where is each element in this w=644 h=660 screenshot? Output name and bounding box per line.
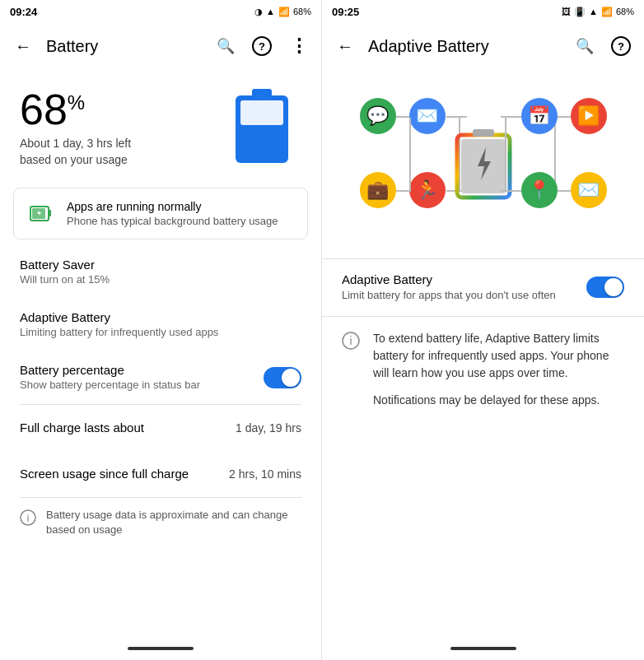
mail2-app-icon: ✉️: [571, 172, 607, 208]
battery-info-text: Battery usage data is approximate and ca…: [46, 508, 301, 537]
right-bot2-connector: [556, 190, 571, 192]
battery-info-note: i Battery usage data is approximate and …: [0, 498, 321, 547]
adaptive-battery-item[interactable]: Adaptive Battery Limiting battery for in…: [0, 299, 321, 351]
dnd-icon: ◑: [254, 7, 263, 17]
right-status-icons: 🖼 📳 ▲ 📶 68%: [562, 7, 634, 17]
svg-rect-1: [252, 89, 272, 97]
battery-percentage-toggle[interactable]: [264, 367, 301, 388]
fitness-app-icon: 🏃: [409, 172, 446, 208]
right-wifi-icon: ▲: [589, 7, 598, 16]
right-signal-icon: 📶: [601, 7, 613, 17]
battery-saver-item[interactable]: Battery Saver Will turn on at 15%: [0, 246, 321, 299]
left-bot-connector: [396, 190, 409, 192]
battery-percentage-item[interactable]: Battery percentage Show battery percenta…: [0, 351, 321, 404]
full-charge-text: Full charge lasts about: [20, 421, 144, 435]
left-top2-connector: [446, 116, 467, 118]
left-nav-pill: [128, 647, 194, 650]
right-battery-icon: 68%: [616, 7, 634, 16]
right-img-icon: 🖼: [562, 7, 571, 16]
right-spacer: [322, 422, 644, 637]
right-help-icon: ?: [611, 36, 631, 56]
left-search-button[interactable]: 🔍: [209, 30, 242, 63]
left-help-button[interactable]: ?: [245, 30, 278, 63]
right-vibrate-icon: 📳: [574, 7, 586, 17]
svg-rect-5: [49, 210, 51, 216]
left-nav-bar: [0, 637, 321, 660]
adaptive-setting-text: Adaptive Battery Limit battery for apps …: [342, 272, 556, 303]
right-nav-pill: [450, 647, 516, 650]
left-time: 09:24: [10, 6, 37, 18]
battery-status-icon: 68%: [293, 7, 311, 16]
status-subtitle: Phone has typical background battery usa…: [67, 215, 278, 227]
calendar-app-icon: 📅: [521, 98, 558, 134]
right-nav-bar: [322, 637, 644, 660]
full-charge-item: Full charge lasts about 1 day, 19 hrs: [0, 405, 321, 451]
left-vert-connector: [409, 118, 411, 192]
adaptive-note-text: To extend battery life, Adaptive Battery…: [373, 330, 624, 409]
right-search-button[interactable]: 🔍: [568, 30, 601, 63]
svg-text:i: i: [27, 512, 30, 524]
right-back-arrow-icon: ←: [337, 37, 353, 56]
left-help-icon: ?: [252, 36, 272, 56]
screen-usage-value: 2 hrs, 10 mins: [229, 467, 301, 481]
left-top-connector: [396, 116, 409, 118]
work-app-icon: 💼: [360, 172, 396, 208]
battery-saver-text: Battery Saver Will turn on at 15%: [20, 258, 110, 287]
adaptive-battery-note: i To extend battery life, Adaptive Batte…: [322, 316, 644, 422]
adaptive-battery-text: Adaptive Battery Limiting battery for in…: [20, 310, 218, 340]
right-page-title: Adaptive Battery: [365, 37, 565, 56]
status-card: Apps are running normally Phone has typi…: [13, 188, 308, 239]
screen-usage-text: Screen usage since full charge: [20, 467, 189, 481]
right-top2-connector: [556, 116, 571, 118]
adaptive-battery-illustration: 💬 ✉️ 💼 🏃: [322, 69, 644, 258]
status-text-block: Apps are running normally Phone has typi…: [67, 200, 278, 227]
battery-time-estimate: About 1 day, 3 hrs left based on your us…: [20, 136, 131, 168]
full-charge-value: 1 day, 19 hrs: [236, 421, 301, 435]
left-more-button[interactable]: ⋮: [282, 30, 315, 63]
right-time: 09:25: [332, 6, 359, 18]
back-arrow-icon: ←: [15, 37, 31, 56]
right-vert-connector: [505, 118, 506, 192]
video-app-icon: ▶️: [571, 98, 607, 134]
svg-rect-2: [240, 100, 283, 125]
info-circle-icon: i: [20, 509, 36, 530]
right-top-connector: [501, 116, 521, 118]
left-app-bar: ← Battery 🔍 ? ⋮: [0, 23, 321, 69]
right-status-bar: 09:25 🖼 📳 ▲ 📶 68%: [322, 0, 644, 23]
battery-icon: [229, 86, 295, 171]
illus-container: 💬 ✉️ 💼 🏃: [343, 81, 623, 246]
svg-text:i: i: [349, 334, 352, 347]
left-status-icons: ◑ ▲ 📶 68%: [254, 7, 311, 17]
left-page-title: Battery: [43, 37, 206, 56]
right-search-icon: 🔍: [576, 37, 594, 55]
adaptive-battery-toggle-item[interactable]: Adaptive Battery Limit battery for apps …: [322, 259, 644, 316]
adaptive-info-icon: i: [342, 332, 360, 354]
battery-panel: 09:24 ◑ ▲ 📶 68% ← Battery 🔍 ? ⋮ 68%: [0, 0, 322, 660]
right-bot-connector: [501, 190, 521, 192]
email-app-icon: ✉️: [409, 98, 446, 134]
svg-rect-10: [473, 129, 494, 137]
battery-hero-section: 68% About 1 day, 3 hrs left based on you…: [0, 69, 321, 188]
adaptive-battery-toggle[interactable]: [586, 277, 624, 298]
more-vert-icon: ⋮: [290, 35, 307, 57]
battery-normal-icon: [27, 201, 54, 227]
battery-graphic: [229, 86, 295, 168]
left-back-button[interactable]: ←: [7, 30, 40, 63]
maps-app-icon: 📍: [521, 172, 558, 208]
right-back-button[interactable]: ←: [329, 30, 362, 63]
battery-info: 68% About 1 day, 3 hrs left based on you…: [20, 88, 131, 168]
settings-list: Battery Saver Will turn on at 15% Adapti…: [0, 246, 321, 637]
left-status-bar: 09:24 ◑ ▲ 📶 68%: [0, 0, 321, 23]
svg-rect-3: [240, 127, 283, 158]
battery-percentage-text: Battery percentage Show battery percenta…: [20, 363, 200, 393]
right-help-button[interactable]: ?: [604, 30, 637, 63]
screen-usage-item: Screen usage since full charge 2 hrs, 10…: [0, 451, 321, 497]
adaptive-battery-panel: 09:25 🖼 📳 ▲ 📶 68% ← Adaptive Battery 🔍 ?…: [322, 0, 644, 660]
wifi-icon: ▲: [266, 7, 275, 16]
signal-icon: 📶: [278, 7, 290, 17]
right-app-bar: ← Adaptive Battery 🔍 ?: [322, 23, 644, 69]
messages-app-icon: 💬: [360, 98, 396, 134]
battery-percentage-display: 68%: [20, 88, 131, 131]
left-search-icon: 🔍: [217, 37, 235, 55]
status-title: Apps are running normally: [67, 200, 278, 213]
